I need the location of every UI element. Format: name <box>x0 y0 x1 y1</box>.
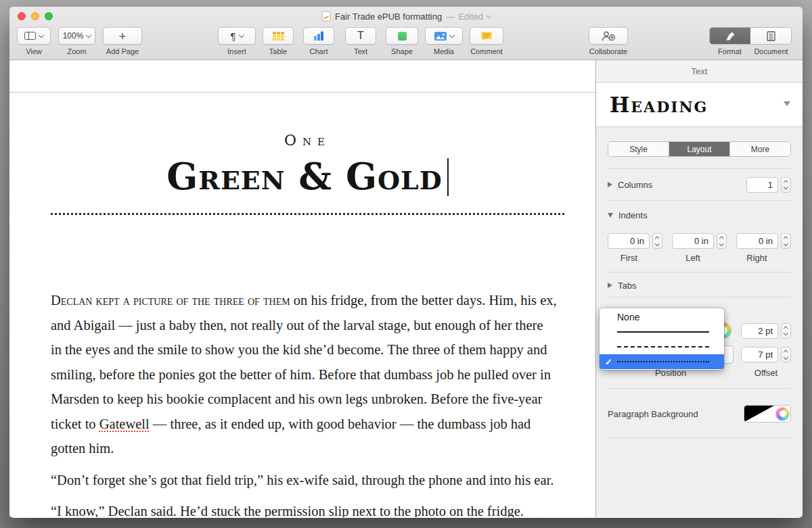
chapter-title[interactable]: Green & Gold <box>51 157 564 197</box>
paragraph-background-row: Paragraph Background <box>596 405 803 423</box>
indent-right-stepper[interactable] <box>781 233 791 249</box>
paragraph[interactable]: Declan kept a picture of the three of th… <box>51 288 557 461</box>
leader-option-dashed[interactable] <box>600 339 724 354</box>
paragraph-background-color-wheel[interactable] <box>775 407 790 421</box>
indent-right-field[interactable]: 0 in <box>736 233 778 249</box>
dotted-paragraph-rule <box>51 213 564 215</box>
title-chevron-down-icon <box>486 12 491 18</box>
dashed-line-swatch <box>617 346 709 347</box>
indent-first-stepper[interactable] <box>652 233 662 249</box>
indent-left-stepper[interactable] <box>717 233 727 249</box>
ruler-strip <box>9 60 595 93</box>
chart-icon <box>314 31 324 41</box>
format-brush-icon <box>725 31 736 41</box>
indent-fields: 0 in 0 in 0 in <box>596 233 803 249</box>
dotted-line-swatch <box>617 361 709 362</box>
view-button[interactable]: View <box>17 27 51 55</box>
columns-row: Columns 1 <box>596 169 803 200</box>
columns-count-field[interactable]: 1 <box>746 177 778 193</box>
tab-leader-dropdown: None ✓ <box>600 308 724 370</box>
format-sidebar: Text Heading Style Layout More Columns 1 <box>595 60 803 517</box>
leader-option-dotted[interactable]: ✓ <box>600 354 724 369</box>
chart-button[interactable]: Chart <box>303 27 334 55</box>
pages-window: Fair Trade ePUB formatting — Edited View… <box>9 7 803 518</box>
format-button[interactable] <box>710 28 750 44</box>
indent-left-field[interactable]: 0 in <box>672 233 714 249</box>
tabs-header: Tabs <box>596 274 803 297</box>
toolbar: View 100% Zoom + Add Page ¶ Insert <box>9 26 803 60</box>
style-preview-text: Heading <box>610 93 708 117</box>
no-fill-swatch[interactable] <box>744 406 774 422</box>
add-page-button[interactable]: + Add Page <box>103 27 142 55</box>
style-dropdown-triangle-icon <box>784 101 790 106</box>
rule-offset-field[interactable]: 7 pt <box>741 347 778 362</box>
paragraph-style-selector[interactable]: Heading <box>596 82 803 127</box>
view-icon <box>24 32 36 40</box>
collaborate-icon <box>601 31 616 41</box>
solid-line-swatch <box>617 331 709 333</box>
table-icon <box>273 32 284 41</box>
columns-disclosure-icon[interactable] <box>608 182 612 187</box>
indents-disclosure-icon[interactable] <box>608 213 613 218</box>
titlebar[interactable]: Fair Trade ePUB formatting — Edited <box>9 7 803 26</box>
shape-icon <box>398 32 407 41</box>
paragraph[interactable]: “Don’t forget she’s got that field trip,… <box>51 468 557 493</box>
table-button[interactable]: Table <box>263 27 294 55</box>
body-text[interactable]: Declan kept a picture of the three of th… <box>51 288 557 517</box>
document-button[interactable] <box>750 28 791 44</box>
chevron-down-icon <box>238 32 244 37</box>
leader-option-none[interactable]: None <box>600 310 724 325</box>
zoom-button[interactable]: 100% Zoom <box>58 27 95 55</box>
pages-document-icon <box>321 11 331 22</box>
tabs-disclosure-icon[interactable] <box>608 283 612 288</box>
indents-header: Indents <box>596 202 803 228</box>
shape-button[interactable]: Shape <box>386 27 418 55</box>
misspelled-word[interactable]: Gatewell <box>99 416 150 431</box>
chevron-down-icon <box>39 32 44 37</box>
window-title-area: Fair Trade ePUB formatting — Edited <box>9 7 803 26</box>
collaborate-button[interactable]: Collaborate <box>589 27 628 55</box>
columns-stepper[interactable] <box>781 177 791 193</box>
plus-icon: + <box>118 30 126 43</box>
paragraph-background-well[interactable] <box>744 405 791 423</box>
paragraph[interactable]: “I know,” Declan said. He’d stuck the pe… <box>51 499 557 517</box>
window-chrome: Fair Trade ePUB formatting — Edited View… <box>9 7 803 60</box>
document-canvas[interactable]: One Green & Gold Declan kept a picture o… <box>9 60 595 517</box>
edited-status[interactable]: — Edited <box>446 11 491 22</box>
checkmark-icon: ✓ <box>605 357 612 367</box>
text-tool-icon: T <box>357 30 364 41</box>
comment-icon <box>481 32 492 41</box>
chevron-down-icon <box>86 32 91 37</box>
format-tabs: Style Layout More <box>608 141 791 157</box>
comment-button[interactable]: Comment <box>470 27 503 55</box>
text-button[interactable]: T Text <box>345 27 376 55</box>
sidebar-panel-title: Text <box>596 60 803 82</box>
text-insertion-caret <box>447 158 449 196</box>
rule-width-stepper[interactable] <box>781 323 791 339</box>
tab-style[interactable]: Style <box>608 142 669 156</box>
tab-more[interactable]: More <box>730 142 790 156</box>
media-button[interactable]: Media <box>425 27 463 55</box>
indent-first-field[interactable]: 0 in <box>608 233 650 249</box>
rule-width-field[interactable]: 2 pt <box>741 323 778 339</box>
tab-layout[interactable]: Layout <box>669 142 730 156</box>
rule-offset-stepper[interactable] <box>781 347 791 362</box>
insert-button[interactable]: ¶ Insert <box>218 27 256 55</box>
chapter-number[interactable]: One <box>51 132 564 149</box>
window-title: Fair Trade ePUB formatting <box>335 11 442 22</box>
chevron-down-icon <box>449 32 454 37</box>
pilcrow-icon: ¶ <box>230 31 235 41</box>
media-icon <box>434 32 447 41</box>
indent-labels: First Left Right <box>596 253 803 263</box>
leader-option-solid[interactable] <box>600 325 724 339</box>
page[interactable]: One Green & Gold Declan kept a picture o… <box>9 132 595 517</box>
format-document-segmented: Format Document <box>709 27 792 55</box>
document-icon <box>767 31 775 41</box>
